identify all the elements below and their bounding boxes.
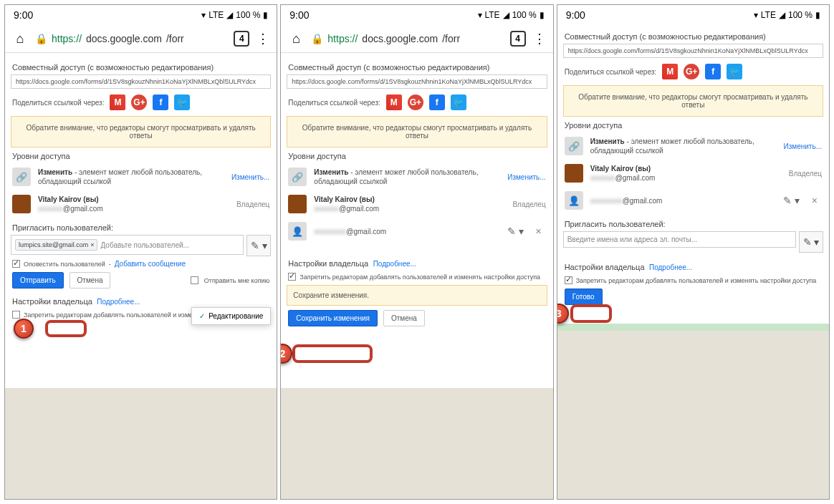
send-button[interactable]: Отправить xyxy=(12,272,64,289)
avatar: 👤 xyxy=(565,191,583,210)
edit-permission-icon[interactable]: ✎ ▾ xyxy=(783,192,800,209)
remove-user-icon[interactable]: × xyxy=(531,226,545,237)
share-title: Совместный доступ (с возможностью редакт… xyxy=(12,63,269,72)
facebook-icon[interactable]: f xyxy=(705,64,721,79)
add-message-link[interactable]: Добавить сообщение xyxy=(115,260,186,268)
avatar xyxy=(12,195,31,213)
levels-title: Уровни доступа xyxy=(12,152,269,160)
share-url[interactable]: https://docs.google.com/forms/d/1SV8sgko… xyxy=(11,74,271,89)
facebook-icon[interactable]: f xyxy=(429,94,445,110)
change-link[interactable]: Изменить... xyxy=(507,173,545,181)
restrict-label: Запретить редакторам добавлять пользоват… xyxy=(576,277,817,284)
save-notice: Сохраните изменения. xyxy=(287,285,547,306)
avatar xyxy=(288,195,307,213)
more-icon[interactable]: ⋮ xyxy=(533,31,546,47)
owner-settings-label: Настройки владельца xyxy=(288,259,368,268)
tab-count[interactable]: 4 xyxy=(234,31,249,47)
access-level-row: 🔗 Изменить - элемент может любой пользов… xyxy=(11,163,271,190)
editors-notice: Обратите внимание, что редакторы смогут … xyxy=(11,116,271,147)
owner-label: Владелец xyxy=(789,170,822,178)
share-via: Поделиться ссылкой через: xyxy=(12,99,104,107)
home-icon[interactable]: ⌂ xyxy=(12,31,28,47)
access-level-row: 🔗 Изменить - элемент может любой пользов… xyxy=(287,163,547,190)
levels-title: Уровни доступа xyxy=(565,121,822,130)
gplus-icon[interactable]: G+ xyxy=(131,94,147,110)
avatar xyxy=(565,164,583,183)
gplus-icon[interactable]: G+ xyxy=(408,94,423,110)
permission-dropdown-open[interactable]: ✓Редактирование xyxy=(191,307,271,325)
share-title: Совместный доступ (с возможностью редакт… xyxy=(288,63,545,72)
cancel-button[interactable]: Отмена xyxy=(383,310,425,326)
editors-notice: Обратите внимание, что редакторы смогут … xyxy=(287,116,547,147)
owner-row: Vitaly Kairov (вы)xxxxxxx@gmail.com Влад… xyxy=(287,190,547,218)
share-url[interactable]: https://docs.google.com/forms/d/1SV8sgko… xyxy=(563,44,823,58)
remove-user-icon[interactable]: × xyxy=(807,195,822,206)
status-time: 9:00 xyxy=(289,9,309,21)
tab-count[interactable]: 4 xyxy=(510,31,526,47)
owner-settings-more[interactable]: Подробнее... xyxy=(373,260,416,268)
invite-input[interactable]: Введите имена или адреса эл. почты... xyxy=(563,231,796,248)
gmail-icon[interactable]: M xyxy=(662,64,678,79)
gplus-icon[interactable]: G+ xyxy=(684,64,699,79)
levels-title: Уровни доступа xyxy=(288,152,545,160)
guest-row: 👤 xxxxxxxxx@gmail.com ✎ ▾ × xyxy=(563,187,823,214)
url-bar[interactable]: 🔒https://docs.google.com/forr xyxy=(35,33,226,44)
lock-icon: 🔒 xyxy=(311,33,323,44)
owner-settings-label: Настройки владельца xyxy=(565,263,645,271)
owner-row: Vitaly Kairov (вы)xxxxxxx@gmail.com Влад… xyxy=(563,160,823,187)
send-copy-label: Отправить мне копию xyxy=(204,277,270,284)
status-time: 9:00 xyxy=(566,9,585,21)
access-level-row: 🔗 Изменить - элемент может любой пользов… xyxy=(563,132,823,160)
invite-title: Пригласить пользователей: xyxy=(565,220,822,228)
notify-checkbox[interactable] xyxy=(12,260,20,268)
permission-dropdown[interactable]: ✎ ▾ xyxy=(246,235,271,256)
facebook-icon[interactable]: f xyxy=(153,94,168,110)
guest-row: 👤 xxxxxxxxx@gmail.com ✎ ▾ × xyxy=(287,218,547,245)
status-time: 9:00 xyxy=(14,9,33,21)
url-bar[interactable]: 🔒https://docs.google.com/forr xyxy=(311,33,502,44)
share-url[interactable]: https://docs.google.com/forms/d/1SV8sgko… xyxy=(287,74,547,89)
change-link[interactable]: Изменить... xyxy=(231,173,269,181)
owner-settings-label: Настройки владельца xyxy=(12,297,92,306)
permission-dropdown[interactable]: ✎ ▾ xyxy=(799,231,823,253)
send-copy-checkbox[interactable] xyxy=(191,276,198,284)
avatar: 👤 xyxy=(288,222,307,241)
twitter-icon[interactable]: 🐦 xyxy=(727,64,742,79)
share-via: Поделиться ссылкой через: xyxy=(565,68,656,76)
status-icons: ▾ LTE ◢ 100 % ▮ xyxy=(201,10,268,20)
notify-label: Оповестить пользователей xyxy=(24,261,105,268)
owner-label: Владелец xyxy=(512,200,545,208)
more-icon[interactable]: ⋮ xyxy=(257,31,269,47)
twitter-icon[interactable]: 🐦 xyxy=(451,94,466,110)
restrict-checkbox[interactable] xyxy=(12,311,20,319)
status-icons: ▾ LTE ◢ 100 % ▮ xyxy=(754,10,820,20)
invite-title: Пригласить пользователей: xyxy=(12,223,269,232)
edit-permission-icon[interactable]: ✎ ▾ xyxy=(507,223,524,240)
share-via: Поделиться ссылкой через: xyxy=(288,99,380,107)
owner-settings-more[interactable]: Подробнее... xyxy=(97,298,140,306)
cancel-button[interactable]: Отмена xyxy=(70,272,111,289)
email-chip[interactable]: lumpics.site@gmail.com × xyxy=(15,239,97,251)
twitter-icon[interactable]: 🐦 xyxy=(174,94,190,110)
owner-row: Vitaly Kairov (вы)xxxxxxx@gmail.com Влад… xyxy=(11,190,271,218)
link-icon: 🔗 xyxy=(565,137,583,155)
restrict-checkbox[interactable] xyxy=(288,273,296,281)
step-badge-1: 1 xyxy=(14,319,34,339)
owner-label: Владелец xyxy=(236,200,269,208)
home-icon[interactable]: ⌂ xyxy=(288,31,304,47)
change-link[interactable]: Изменить... xyxy=(784,142,822,150)
restrict-checkbox[interactable] xyxy=(565,276,572,284)
gmail-icon[interactable]: M xyxy=(110,94,125,110)
link-icon: 🔗 xyxy=(12,168,31,186)
lock-icon: 🔒 xyxy=(35,33,47,44)
link-icon: 🔗 xyxy=(288,168,307,186)
done-button[interactable]: Готово xyxy=(565,289,603,305)
status-icons: ▾ LTE ◢ 100 % ▮ xyxy=(478,10,545,20)
gmail-icon[interactable]: M xyxy=(386,94,402,110)
invite-input[interactable]: lumpics.site@gmail.com × Добавьте пользо… xyxy=(11,235,244,255)
save-button[interactable]: Сохранить изменения xyxy=(288,310,378,326)
restrict-label: Запретить редакторам добавлять пользоват… xyxy=(299,273,540,281)
editors-notice: Обратите внимание, что редакторы смогут … xyxy=(563,85,823,117)
share-title: Совместный доступ (с возможностью редакт… xyxy=(565,32,822,41)
owner-settings-more[interactable]: Подробнее... xyxy=(649,263,692,271)
